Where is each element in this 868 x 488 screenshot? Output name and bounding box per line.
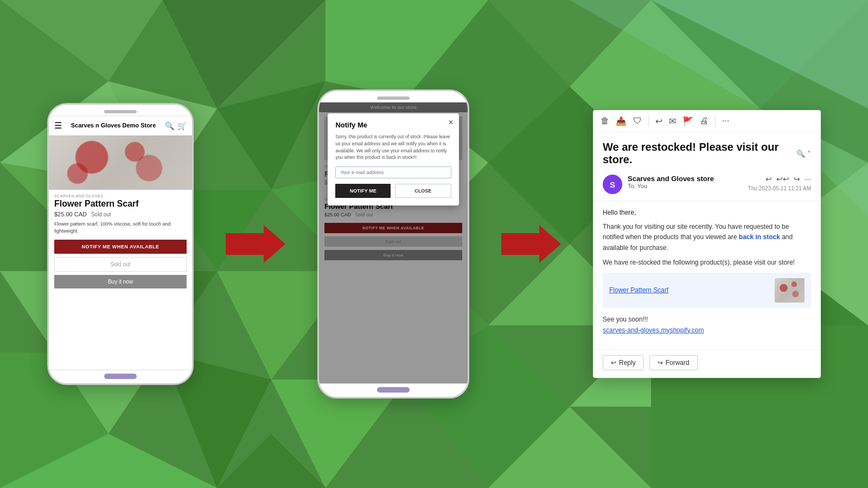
shield-icon[interactable]: 🛡 [633,116,642,126]
archive-icon[interactable]: 📥 [616,116,627,126]
product-price: $25.00 CAD [54,211,87,217]
product-description: Flower pattern scarf. 100% viscose, soft… [54,221,187,234]
more-icon-small[interactable]: ··· [805,175,811,183]
sender-info: Scarves and Gloves store To: You [628,175,743,189]
sender-row: S Scarves and Gloves store To: You ↩ ↩↩ … [593,170,821,201]
sender-to: To: You [628,183,743,189]
header-icons: 🔍 🛒 [165,121,187,130]
email-input[interactable] [335,166,451,178]
flag-icon[interactable]: 🚩 [682,116,693,126]
store-header: ☰ Scarves n Gloves Demo Store 🔍 🛒 [49,116,192,136]
product-info: SCARVES-AND-GLOVES Flower Pattern Scarf … [49,190,192,293]
arrow-2 [499,222,564,266]
sender-name: Scarves and Gloves store [628,175,743,183]
reply-icon[interactable]: ↩ [655,116,662,126]
modal-title: Notify Me [335,121,451,129]
modal-close-button[interactable]: CLOSE [395,184,451,198]
reply-arrow-icon: ↩ [611,359,616,367]
more-icon[interactable]: ··· [722,116,729,126]
toolbar-divider [648,115,649,126]
phone1-screen: ☰ Scarves n Gloves Demo Store 🔍 🛒 SCARVE… [49,115,192,370]
menu-icon[interactable]: ☰ [54,120,62,131]
modal-buttons: NOTIFY ME CLOSE [335,184,451,198]
sold-out-button: Sold out [54,257,187,272]
sender-avatar: S [603,175,622,194]
cart-icon[interactable]: 🛒 [177,121,187,130]
product-thumb-image [775,278,805,303]
product-thumbnail [775,278,805,303]
email-toolbar: 🗑 📥 🛡 ↩ ✉ 🚩 🖨 ··· [593,110,821,132]
modal-box: Notify Me × Sorry, this product is curre… [328,113,458,206]
email-actions: ↩ Reply ↪ Forward [593,349,821,378]
email-body: Hello there, Thank you for visiting our … [593,201,821,349]
svg-marker-41 [501,225,561,263]
reply-icon-small[interactable]: ↩ [765,175,772,183]
arrow-1 [223,222,288,266]
product-category: SCARVES-AND-GLOVES [54,194,187,198]
email-restock-line: We have re-stocked the following product… [603,259,811,266]
store-name: Scarves n Gloves Demo Store [62,121,165,129]
email-greeting: Hello there, [603,209,811,216]
search-icon[interactable]: 🔍 [165,121,174,130]
product-name: Flower Pattern Scarf [54,199,187,209]
email-action-icons: ↩ ↩↩ ↪ ··· [748,175,811,183]
forward-icon-small[interactable]: ↪ [794,175,800,183]
email-subject: We are restocked! Please visit our store… [603,141,796,166]
email-para1: Thank you for visiting our site recently… [603,222,811,253]
phone2-screen: Welcome to our store SCARVES-AND-GLOVES … [319,102,468,384]
store-link[interactable]: scarves-and-gloves.myshopify.com [603,326,811,334]
toolbar-divider2 [715,115,716,126]
scarf-image [49,136,192,190]
phone2-frame: Welcome to our store SCARVES-AND-GLOVES … [317,89,469,399]
reply-all-icon[interactable]: ↩↩ [776,175,789,183]
price-row: $25.00 CAD Sold out [54,211,187,217]
see-you: See you soon!!! [603,316,811,323]
reply-label: Reply [619,359,636,367]
modal-notify-button[interactable]: NOTIFY ME [335,184,391,198]
modal-close-x[interactable]: × [448,118,453,127]
svg-marker-40 [226,225,285,263]
forward-arrow-icon: ↪ [658,359,663,367]
sold-out-badge: Sold out [91,211,111,217]
phone1-frame: ☰ Scarves n Gloves Demo Store 🔍 🛒 SCARVE… [47,103,194,385]
zoom-control[interactable]: 🔍 ˅ [796,150,811,158]
modal-overlay: Notify Me × Sorry, this product is curre… [319,102,468,383]
buy-it-now-button[interactable]: Buy it now [54,275,187,288]
modal-text: Sorry, this product is currently out of … [335,133,451,161]
trash-icon[interactable]: 🗑 [601,116,609,126]
email-date: Thu 2023-05-11 11:21 AM [748,185,811,191]
print-icon[interactable]: 🖨 [700,116,709,126]
product-link[interactable]: Flower Pattern Scarf [609,286,768,294]
notify-me-button[interactable]: NOTIFY ME WHEN AVAILABLE [54,240,187,254]
forward-button[interactable]: ↪ Forward [649,355,698,370]
sender-meta: ↩ ↩↩ ↪ ··· Thu 2023-05-11 11:21 AM [748,175,811,191]
product-image [49,136,192,190]
subject-row: We are restocked! Please visit our store… [593,132,821,170]
forward-icon-toolbar[interactable]: ✉ [669,116,676,126]
product-card-email: Flower Pattern Scarf [603,273,811,308]
reply-button[interactable]: ↩ Reply [603,355,644,370]
email-panel: 🗑 📥 🛡 ↩ ✉ 🚩 🖨 ··· We are restocked! Plea… [593,110,821,378]
forward-label: Forward [666,359,690,367]
